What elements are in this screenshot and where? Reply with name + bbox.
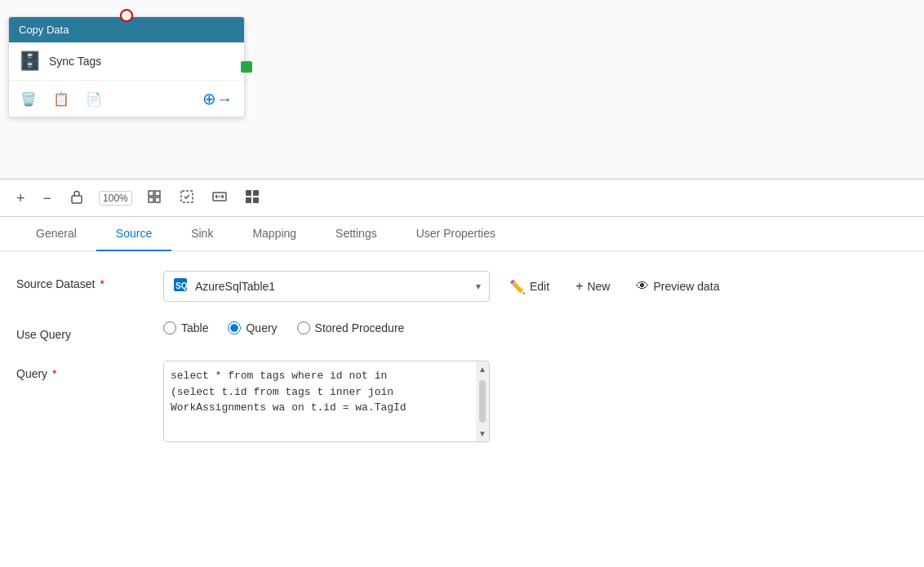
zoom-fit-button[interactable] <box>144 188 165 208</box>
use-query-controls: Table Query Stored Procedure <box>163 321 908 334</box>
use-query-row: Use Query Table Query Stored Procedure <box>16 321 908 341</box>
query-label: Query * <box>16 361 147 380</box>
svg-rect-2 <box>155 191 160 196</box>
source-dataset-dropdown[interactable]: SQ AzureSqlTable1 ▾ <box>163 271 490 302</box>
node-delete-button[interactable]: 🗑️ <box>19 90 38 109</box>
scrollbar-thumb[interactable] <box>479 380 486 423</box>
node-right-connector[interactable] <box>241 61 252 73</box>
dropdown-arrow-icon: ▾ <box>476 281 481 292</box>
svg-rect-0 <box>72 196 82 203</box>
radio-table-input[interactable] <box>163 321 176 334</box>
canvas-area: Copy Data 🗄️ Sync Tags 🗑️ 📋 📄 ⊕→ <box>0 0 924 179</box>
radio-query-label: Query <box>246 321 277 334</box>
source-dataset-label: Source Dataset * <box>16 271 147 290</box>
source-dataset-controls: SQ AzureSqlTable1 ▾ ✏️ Edit + New 👁 Prev… <box>163 271 908 302</box>
node-title: Sync Tags <box>49 55 101 68</box>
source-tab-content: Source Dataset * SQ AzureSqlTable1 ▾ ✏️ … <box>0 251 924 481</box>
tab-bar: General Source Sink Mapping Settings Use… <box>0 217 924 251</box>
svg-text:SQ: SQ <box>175 281 188 290</box>
query-type-radio-group: Table Query Stored Procedure <box>163 321 404 334</box>
radio-stored-procedure-label: Stored Procedure <box>315 321 405 334</box>
fit-width-button[interactable] <box>209 188 230 208</box>
svg-rect-3 <box>149 197 153 202</box>
minus-button[interactable]: − <box>40 189 56 207</box>
sql-icon: SQ <box>172 277 189 296</box>
node-info-button[interactable]: 📋 <box>51 90 71 109</box>
preview-data-button[interactable]: 👁 Preview data <box>629 276 726 297</box>
required-marker: * <box>97 277 104 290</box>
query-required-marker: * <box>49 367 56 380</box>
node-copy-button[interactable]: 📄 <box>84 90 104 109</box>
radio-table[interactable]: Table <box>163 321 208 334</box>
node-body: 🗄️ Sync Tags <box>9 42 244 80</box>
select-button[interactable] <box>176 188 198 208</box>
tab-sink[interactable]: Sink <box>171 217 233 251</box>
radio-query-input[interactable] <box>228 321 241 334</box>
query-row: Query * select * from tags where id not … <box>16 361 908 442</box>
tab-general[interactable]: General <box>16 217 96 251</box>
query-container: select * from tags where id not in (sele… <box>163 361 490 442</box>
tab-source[interactable]: Source <box>96 217 171 251</box>
scrollbar-up-button[interactable]: ▲ <box>476 361 489 377</box>
edit-icon: ✏️ <box>509 279 526 295</box>
new-label: New <box>587 280 610 293</box>
query-scrollbar: ▲ ▼ <box>476 361 489 441</box>
toolbar: + − 100% <box>0 179 924 217</box>
svg-rect-1 <box>149 191 153 196</box>
lock-button[interactable] <box>66 188 87 208</box>
node-add-activity-button[interactable]: ⊕→ <box>201 87 234 110</box>
edit-label: Edit <box>530 280 549 293</box>
tab-user-properties[interactable]: User Properties <box>397 217 515 251</box>
new-button[interactable]: + New <box>569 276 616 297</box>
add-button[interactable]: + <box>13 189 29 207</box>
svg-rect-9 <box>246 197 251 203</box>
source-dataset-row: Source Dataset * SQ AzureSqlTable1 ▾ ✏️ … <box>16 271 908 302</box>
dataset-value: AzureSqlTable1 <box>195 280 469 293</box>
query-textarea[interactable]: select * from tags where id not in (sele… <box>164 361 476 441</box>
svg-rect-10 <box>253 197 259 203</box>
properties-panel: General Source Sink Mapping Settings Use… <box>0 217 924 567</box>
query-controls: select * from tags where id not in (sele… <box>163 361 908 442</box>
svg-rect-7 <box>246 190 251 196</box>
tab-mapping[interactable]: Mapping <box>233 217 316 251</box>
node-actions: 🗑️ 📋 📄 ⊕→ <box>9 80 244 117</box>
tab-settings[interactable]: Settings <box>316 217 397 251</box>
radio-query[interactable]: Query <box>228 321 277 334</box>
use-query-label: Use Query <box>16 321 147 341</box>
radio-stored-procedure-input[interactable] <box>297 321 310 334</box>
node-top-connector[interactable] <box>120 9 133 22</box>
edit-button[interactable]: ✏️ Edit <box>503 276 556 298</box>
scrollbar-down-button[interactable]: ▼ <box>476 426 489 441</box>
copy-data-node[interactable]: Copy Data 🗄️ Sync Tags 🗑️ 📋 📄 ⊕→ <box>8 16 245 117</box>
preview-icon: 👁 <box>636 279 649 294</box>
svg-rect-4 <box>155 197 160 202</box>
layout-button[interactable] <box>242 188 263 208</box>
radio-stored-procedure[interactable]: Stored Procedure <box>297 321 405 334</box>
plus-icon: + <box>575 279 583 294</box>
zoom100-button[interactable]: 100% <box>99 191 132 206</box>
node-database-icon: 🗄️ <box>19 51 41 72</box>
svg-rect-8 <box>253 190 259 196</box>
radio-table-label: Table <box>181 321 208 334</box>
preview-label: Preview data <box>653 280 719 293</box>
